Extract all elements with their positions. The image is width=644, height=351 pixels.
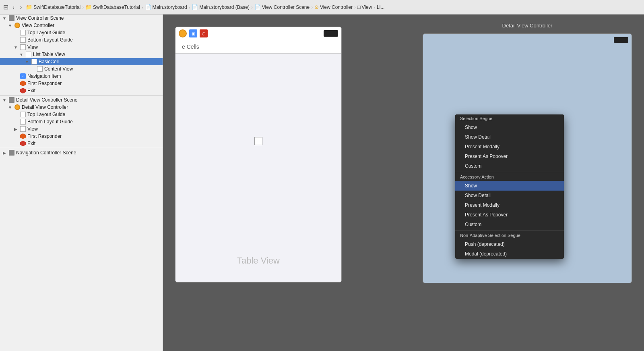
scene-view-controller[interactable]: View Controller Scene (0, 15, 163, 22)
detail-view-item[interactable]: View (0, 125, 163, 133)
dview-label: View (27, 126, 38, 132)
bc-label-1[interactable]: SwiftDatabaseTutorial (33, 4, 80, 10)
vc-scene-label: View Controller Scene (16, 15, 64, 21)
sq-icon-tlg (20, 30, 26, 35)
disc-dview[interactable] (13, 127, 19, 131)
bc-storyboard[interactable]: 📄 Main.storyboard (145, 4, 187, 10)
popup-item-present-modally-2[interactable]: Present Modally (455, 200, 564, 210)
exit-vc[interactable]: Exit (0, 87, 163, 94)
red-exit-icon-dvc (20, 141, 26, 146)
back-button[interactable]: ‹ (11, 3, 16, 11)
bc-label-7[interactable]: View (362, 4, 372, 10)
bc-project[interactable]: 📁 SwiftDatabaseTutorial (26, 4, 80, 10)
top-layout-guide[interactable]: Top Layout Guide (0, 29, 163, 36)
blg-label: Bottom Layout Guide (27, 37, 73, 43)
bc-scene[interactable]: 📄 View Controller Scene (254, 4, 310, 10)
popup-item-show-detail-2[interactable]: Show Detail (455, 191, 564, 200)
popup-item-modal[interactable]: Modal (deprecated) (455, 249, 564, 259)
disc-detail-vc[interactable] (7, 105, 13, 110)
tlg-label: Top Layout Guide (27, 30, 65, 35)
list-table-view[interactable]: List Table View (0, 51, 163, 58)
controller-icon: ⊙ (314, 4, 319, 10)
popup-item-custom-1[interactable]: Custom (455, 161, 564, 171)
disc-detail-scene[interactable] (2, 98, 7, 102)
nav-scene-item[interactable]: Navigation Controller Scene (0, 149, 163, 156)
bc-sep-2: › (142, 5, 143, 10)
bc-sep-1: › (82, 5, 84, 10)
device-body: e Cells Table View (175, 40, 341, 282)
bc-folder[interactable]: 📁 SwiftDatabaseTutorial (85, 4, 140, 10)
right-panel: Detail View Controller Selection Segue S… (411, 15, 644, 351)
dtlg-label: Top Layout Guide (27, 112, 65, 117)
top-bar: ⊞ ‹ › 📁 SwiftDatabaseTutorial › 📁 SwiftD… (0, 0, 644, 15)
cv-label: Content View (44, 66, 73, 72)
sq-icon-bc (31, 59, 37, 64)
bc-sep-7: › (374, 5, 375, 10)
bc-view[interactable]: □ View (357, 4, 372, 10)
exit-dvc[interactable]: Exit (0, 140, 163, 147)
dvc-label: Detail View Controller (22, 104, 68, 110)
first-responder-dvc[interactable]: First Responder (0, 133, 163, 140)
popup-divider-1 (455, 172, 564, 172)
bc-label-5[interactable]: View Controller Scene (262, 4, 310, 10)
basic-cell-item[interactable]: BasicCell (0, 58, 163, 65)
disc-bc[interactable] (24, 60, 30, 64)
left-panel: View Controller Scene View Controller To… (0, 15, 163, 351)
navigation-item[interactable]: ‹ Navigation Item (0, 73, 163, 80)
view-controller-item[interactable]: View Controller (0, 22, 163, 29)
segue-popup-menu[interactable]: Selection Segue Show Show Detail Present… (455, 114, 564, 259)
bc-label-8[interactable]: Li... (377, 4, 384, 10)
bc-storyboard-base[interactable]: 📄 Main.storyboard (Base) (192, 4, 250, 10)
main-layout: View Controller Scene View Controller To… (0, 15, 644, 351)
device-frame: ▣ ⬡ e Cells Table View (175, 27, 342, 282)
popup-item-custom-2[interactable]: Custom (455, 220, 564, 229)
sq-icon-dblg (20, 119, 26, 125)
storyboard-base-icon: 📄 (192, 4, 198, 10)
dblg-label: Bottom Layout Guide (27, 119, 73, 125)
disc-view[interactable] (13, 45, 19, 50)
detail-device-frame: Selection Segue Show Show Detail Present… (423, 33, 632, 283)
popup-item-show-2[interactable]: Show (455, 181, 564, 191)
device-icon-blue: ▣ (189, 29, 197, 37)
popup-item-present-modally-1[interactable]: Present Modally (455, 142, 564, 152)
view-item[interactable]: View (0, 44, 163, 51)
bc-label-4[interactable]: Main.storyboard (Base) (199, 4, 250, 10)
bc-label-2[interactable]: SwiftDatabaseTutorial (93, 4, 140, 10)
nav-scene-label: Navigation Controller Scene (16, 150, 76, 156)
storyboard-icon: 📄 (145, 4, 151, 10)
popup-item-show-1[interactable]: Show (455, 123, 564, 132)
detail-scene-item[interactable]: Detail View Controller Scene (0, 96, 163, 104)
detail-bottom-layout-guide[interactable]: Bottom Layout Guide (0, 118, 163, 125)
detail-vc-item[interactable]: Detail View Controller (0, 104, 163, 111)
device-icons: ▣ ⬡ (179, 29, 208, 37)
first-responder-vc[interactable]: First Responder (0, 80, 163, 87)
section-divider-1 (0, 95, 163, 96)
view-icon: □ (357, 4, 361, 10)
yellow-circle-icon-vc (14, 23, 20, 28)
section-header-selection-segue: Selection Segue (455, 114, 564, 123)
scene-icon: 📄 (254, 4, 261, 10)
popup-item-present-popover-2[interactable]: Present As Popover (455, 210, 564, 220)
popup-item-push[interactable]: Push (deprecated) (455, 239, 564, 249)
ni-label: Navigation Item (27, 73, 61, 79)
bc-sep-5: › (311, 5, 313, 10)
bc-label-3[interactable]: Main.storyboard (153, 4, 187, 10)
bottom-layout-guide[interactable]: Bottom Layout Guide (0, 36, 163, 44)
disc-ltv[interactable] (19, 52, 24, 57)
detail-controller-title: Detail View Controller (502, 23, 553, 29)
disclosure-vc-scene[interactable] (2, 16, 7, 21)
content-view-item[interactable]: Content View (0, 65, 163, 73)
bc-label-6[interactable]: View Controller (320, 4, 353, 10)
scene-icon-vc (9, 15, 14, 21)
grid-icon[interactable]: ⊞ (3, 3, 8, 11)
bc-controller[interactable]: ⊙ View Controller (314, 4, 353, 10)
popup-item-present-popover-1[interactable]: Present As Popover (455, 152, 564, 161)
disclosure-vc[interactable] (7, 23, 13, 28)
disc-nav-scene[interactable] (2, 151, 7, 155)
detail-top-layout-guide[interactable]: Top Layout Guide (0, 111, 163, 118)
section-header-accessory-action: Accessory Action (455, 173, 564, 181)
device-header: ▣ ⬡ (175, 27, 341, 40)
popup-item-show-detail-1[interactable]: Show Detail (455, 132, 564, 142)
forward-button[interactable]: › (19, 3, 24, 11)
bc-list[interactable]: Li... (377, 4, 384, 10)
